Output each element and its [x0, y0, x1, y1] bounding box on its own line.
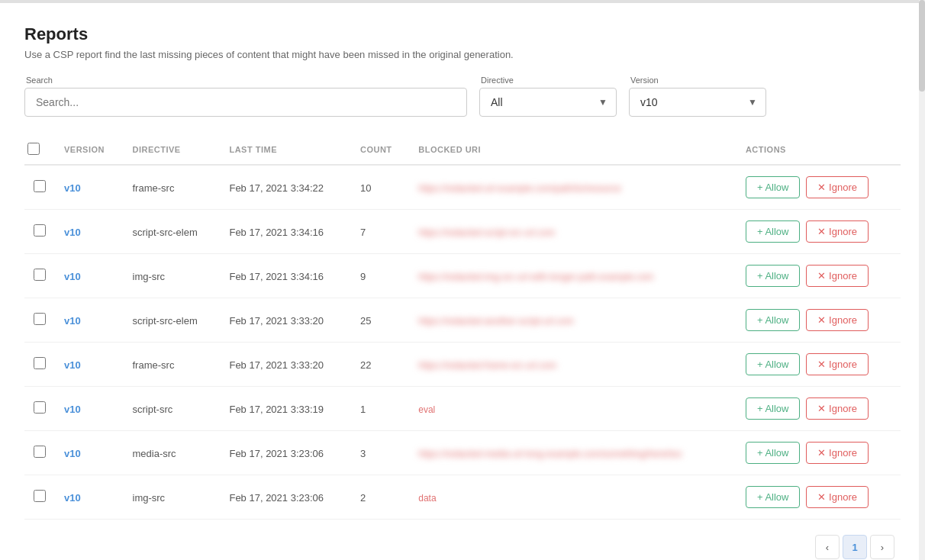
pagination: ‹ 1 › — [24, 535, 901, 559]
table-row: v10img-srcFeb 17, 2021 3:23:062data + Al… — [24, 475, 901, 520]
directive-select-wrapper: All frame-src script-src img-src media-s… — [479, 88, 617, 117]
row-last-time: Feb 17, 2021 3:33:20 — [229, 359, 324, 371]
allow-button-6[interactable]: + Allow — [746, 442, 801, 464]
table-row: v10script-src-elemFeb 17, 2021 3:33:2025… — [24, 298, 901, 343]
row-blocked-uri: https://redacted-frame-src-url.com — [418, 360, 556, 371]
col-actions: ACTIONS — [736, 135, 901, 165]
row-last-time: Feb 17, 2021 3:23:06 — [229, 448, 324, 459]
col-count: COUNT — [351, 135, 409, 165]
allow-button-3[interactable]: + Allow — [746, 309, 801, 331]
table-header-row: VERSION DIRECTIVE LAST TIME COUNT BLOCKE… — [24, 135, 901, 165]
row-version: v10 — [64, 271, 81, 282]
row-blocked-uri: eval — [418, 404, 435, 415]
row-directive: frame-src — [133, 359, 175, 371]
directive-select[interactable]: All frame-src script-src img-src media-s… — [479, 88, 617, 117]
row-checkbox-2[interactable] — [34, 269, 46, 281]
row-directive: script-src — [133, 404, 173, 415]
row-last-time: Feb 17, 2021 3:33:19 — [229, 404, 324, 415]
filters-row: Search Directive All frame-src script-sr… — [24, 76, 901, 117]
row-last-time: Feb 17, 2021 3:33:20 — [229, 315, 324, 327]
table-row: v10frame-srcFeb 17, 2021 3:33:2022https:… — [24, 343, 901, 387]
header-select-all — [24, 135, 55, 165]
row-checkbox-0[interactable] — [34, 180, 46, 192]
row-last-time: Feb 17, 2021 3:34:16 — [229, 227, 324, 238]
ignore-button-3[interactable]: ✕ Ignore — [806, 309, 868, 331]
row-directive: frame-src — [133, 182, 175, 194]
table-row: v10script-srcFeb 17, 2021 3:33:191eval +… — [24, 387, 901, 431]
row-count: 9 — [360, 271, 366, 282]
row-blocked-uri: https://redacted-url-example.com/path/to… — [418, 183, 620, 194]
row-actions: + Allow ✕ Ignore — [746, 397, 891, 420]
row-actions: + Allow ✕ Ignore — [746, 309, 891, 331]
row-directive: script-src-elem — [133, 315, 198, 327]
reports-table: VERSION DIRECTIVE LAST TIME COUNT BLOCKE… — [24, 135, 901, 520]
version-select-wrapper: v10 v9 v8 ▼ — [629, 88, 766, 117]
row-actions: + Allow ✕ Ignore — [746, 353, 891, 375]
row-last-time: Feb 17, 2021 3:34:16 — [229, 271, 324, 282]
col-version: VERSION — [55, 135, 124, 165]
next-page-button[interactable]: › — [870, 535, 894, 559]
row-checkbox-7[interactable] — [34, 490, 46, 502]
row-directive: img-src — [133, 271, 166, 282]
ignore-button-6[interactable]: ✕ Ignore — [806, 442, 868, 464]
row-version: v10 — [64, 315, 81, 327]
allow-button-7[interactable]: + Allow — [746, 486, 801, 508]
row-count: 7 — [360, 227, 366, 238]
row-count: 25 — [360, 315, 371, 327]
version-label: Version — [629, 76, 766, 85]
row-actions: + Allow ✕ Ignore — [746, 442, 891, 464]
row-directive: img-src — [133, 492, 166, 504]
ignore-button-4[interactable]: ✕ Ignore — [806, 353, 868, 375]
ignore-button-0[interactable]: ✕ Ignore — [806, 176, 868, 198]
row-count: 10 — [360, 182, 371, 194]
search-label: Search — [24, 76, 467, 85]
row-version: v10 — [64, 182, 81, 194]
row-checkbox-3[interactable] — [34, 313, 46, 325]
directive-label: Directive — [479, 76, 617, 85]
row-version: v10 — [64, 359, 81, 371]
allow-button-2[interactable]: + Allow — [746, 265, 801, 287]
row-blocked-uri: data — [418, 493, 436, 504]
page-container: Reports Use a CSP report find the last m… — [0, 0, 925, 560]
table-row: v10media-srcFeb 17, 2021 3:23:063https:/… — [24, 431, 901, 475]
search-filter-group: Search — [24, 76, 467, 117]
row-blocked-uri: https://redacted-script-src-url.com — [418, 227, 555, 238]
row-version: v10 — [64, 448, 81, 459]
directive-filter-group: Directive All frame-src script-src img-s… — [479, 76, 617, 117]
row-count: 1 — [360, 404, 366, 415]
ignore-button-7[interactable]: ✕ Ignore — [806, 486, 868, 508]
row-checkbox-1[interactable] — [34, 224, 46, 237]
row-actions: + Allow ✕ Ignore — [746, 176, 891, 198]
version-select[interactable]: v10 v9 v8 — [629, 88, 766, 117]
row-checkbox-6[interactable] — [34, 446, 46, 458]
scrollbar-track — [919, 0, 925, 560]
ignore-button-5[interactable]: ✕ Ignore — [806, 397, 868, 420]
allow-button-4[interactable]: + Allow — [746, 353, 801, 375]
row-directive: media-src — [133, 448, 176, 459]
row-count: 2 — [360, 492, 366, 504]
row-blocked-uri: https://redacted-img-src-url-with-longer… — [418, 272, 653, 282]
allow-button-5[interactable]: + Allow — [746, 397, 801, 420]
row-checkbox-5[interactable] — [34, 401, 46, 414]
col-last-time: LAST TIME — [220, 135, 351, 165]
ignore-button-1[interactable]: ✕ Ignore — [806, 220, 868, 243]
ignore-button-2[interactable]: ✕ Ignore — [806, 265, 868, 287]
row-blocked-uri: https://redacted-another-script-url.com — [418, 316, 573, 327]
row-blocked-uri: https://redacted-media-url-long-example.… — [418, 449, 682, 459]
select-all-checkbox[interactable] — [27, 143, 40, 155]
col-blocked-uri: BLOCKED URI — [409, 135, 736, 165]
row-actions: + Allow ✕ Ignore — [746, 486, 891, 508]
col-directive: DIRECTIVE — [124, 135, 221, 165]
page-subtitle: Use a CSP report find the last missing p… — [24, 49, 901, 60]
allow-button-0[interactable]: + Allow — [746, 176, 801, 198]
row-checkbox-4[interactable] — [34, 357, 46, 369]
table-row: v10script-src-elemFeb 17, 2021 3:34:167h… — [24, 210, 901, 254]
scrollbar-thumb[interactable] — [919, 0, 925, 92]
row-actions: + Allow ✕ Ignore — [746, 220, 891, 243]
prev-page-button[interactable]: ‹ — [815, 535, 840, 559]
page-title: Reports — [24, 24, 901, 44]
search-input[interactable] — [24, 88, 467, 117]
page-1-button[interactable]: 1 — [843, 535, 867, 559]
version-filter-group: Version v10 v9 v8 ▼ — [629, 76, 766, 117]
allow-button-1[interactable]: + Allow — [746, 220, 801, 243]
